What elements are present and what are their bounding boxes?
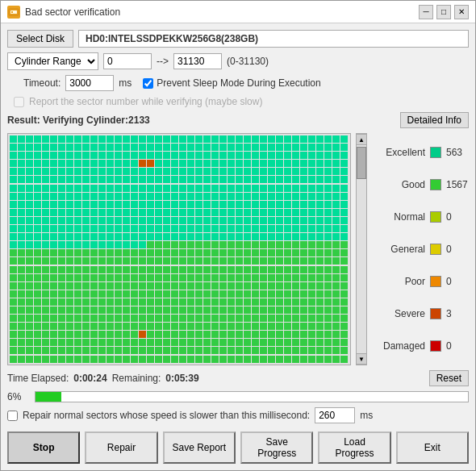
grid-cell bbox=[332, 249, 340, 256]
range-start-input[interactable] bbox=[103, 53, 152, 69]
grid-cell bbox=[300, 201, 307, 208]
grid-cell bbox=[147, 331, 154, 338]
detailed-info-button[interactable]: Detailed Info bbox=[400, 112, 469, 128]
grid-cell bbox=[316, 176, 324, 183]
scroll-down-button[interactable]: ▼ bbox=[356, 353, 367, 365]
grid-cell bbox=[82, 144, 90, 151]
grid-cell bbox=[155, 241, 162, 248]
grid-cell bbox=[187, 339, 194, 346]
grid-cell bbox=[58, 176, 65, 183]
grid-cell bbox=[115, 315, 122, 322]
range-end-input[interactable] bbox=[173, 53, 222, 69]
grid-cell bbox=[90, 339, 98, 346]
grid-scrollbar[interactable]: ▲ ▼ bbox=[356, 133, 367, 365]
scroll-up-button[interactable]: ▲ bbox=[356, 134, 367, 145]
grid-cell bbox=[211, 298, 219, 306]
grid-cell bbox=[74, 233, 81, 240]
legend-count: 1567 bbox=[446, 179, 469, 190]
grid-cell bbox=[66, 274, 73, 281]
save-progress-button[interactable]: Save Progress bbox=[240, 431, 313, 464]
progress-bar-outer bbox=[35, 391, 469, 402]
grid-cell bbox=[34, 201, 41, 208]
prevent-sleep-checkbox[interactable] bbox=[143, 78, 153, 89]
grid-cell bbox=[147, 274, 154, 281]
grid-cell bbox=[139, 160, 146, 167]
grid-cell bbox=[82, 339, 90, 346]
load-progress-button[interactable]: Load Progress bbox=[318, 431, 390, 464]
grid-cell bbox=[98, 152, 106, 159]
grid-cell bbox=[179, 298, 186, 306]
grid-cell bbox=[268, 282, 275, 290]
grid-cell bbox=[292, 135, 299, 143]
grid-cell bbox=[203, 282, 211, 290]
grid-cell bbox=[155, 168, 162, 175]
grid-cell bbox=[171, 185, 178, 192]
grid-cell bbox=[228, 193, 235, 200]
repair-ms-input[interactable] bbox=[315, 407, 355, 423]
grid-cell bbox=[236, 176, 243, 183]
grid-cell bbox=[276, 225, 283, 232]
grid-cell bbox=[147, 209, 154, 216]
grid-cell bbox=[284, 347, 291, 354]
grid-cell bbox=[147, 201, 154, 208]
grid-cell bbox=[147, 176, 154, 183]
grid-cell bbox=[26, 135, 33, 143]
exit-button[interactable]: Exit bbox=[396, 431, 469, 464]
grid-cell bbox=[260, 339, 267, 346]
grid-cell bbox=[58, 339, 65, 346]
reset-button[interactable]: Reset bbox=[429, 370, 469, 386]
grid-cell bbox=[260, 249, 267, 256]
title-bar-left: Bad sector verification bbox=[7, 6, 120, 19]
grid-cell bbox=[244, 306, 251, 314]
disk-row: Select Disk HD0:INTELSSDPEKKW256G8(238GB… bbox=[7, 30, 469, 48]
grid-cell bbox=[268, 347, 275, 354]
range-row: Cylinder Range --> (0-31130) bbox=[7, 52, 469, 70]
grid-cell bbox=[98, 323, 106, 330]
grid-cell bbox=[268, 185, 275, 192]
grid-cell bbox=[42, 249, 49, 256]
grid-cell bbox=[42, 209, 49, 216]
grid-cell bbox=[260, 323, 267, 330]
grid-cell bbox=[50, 306, 57, 314]
minimize-button[interactable]: ─ bbox=[419, 5, 433, 19]
grid-cell bbox=[26, 209, 33, 216]
grid-cell bbox=[139, 306, 146, 314]
grid-cell bbox=[292, 315, 299, 322]
grid-cell bbox=[34, 266, 41, 273]
grid-cell bbox=[244, 176, 251, 183]
timeout-input[interactable] bbox=[65, 75, 114, 91]
grid-cell bbox=[34, 135, 41, 143]
repair-checkbox[interactable] bbox=[7, 411, 18, 421]
grid-cell bbox=[308, 298, 315, 306]
grid-cell bbox=[34, 356, 41, 363]
stop-button[interactable]: Stop bbox=[7, 431, 80, 464]
grid-cell bbox=[139, 135, 146, 143]
close-button[interactable]: ✕ bbox=[454, 5, 469, 19]
maximize-button[interactable]: □ bbox=[436, 5, 451, 19]
select-disk-button[interactable]: Select Disk bbox=[7, 30, 73, 48]
repair-button[interactable]: Repair bbox=[85, 431, 157, 464]
scroll-thumb[interactable] bbox=[357, 147, 366, 179]
legend-count: 0 bbox=[446, 340, 469, 352]
cylinder-range-select[interactable]: Cylinder Range bbox=[7, 52, 98, 70]
grid-cell bbox=[115, 339, 122, 346]
grid-cell bbox=[50, 282, 57, 290]
grid-cell bbox=[163, 225, 170, 232]
grid-cell bbox=[139, 249, 146, 256]
grid-cell bbox=[252, 144, 259, 151]
grid-cell bbox=[163, 266, 170, 273]
save-report-button[interactable]: Save Report bbox=[163, 431, 236, 464]
grid-cell bbox=[98, 176, 106, 183]
grid-cell bbox=[90, 274, 98, 281]
grid-cell bbox=[10, 290, 17, 298]
grid-cell bbox=[58, 209, 65, 216]
grid-cell bbox=[26, 266, 33, 273]
grid-cell bbox=[276, 160, 283, 167]
grid-cell bbox=[268, 331, 275, 338]
grid-cell bbox=[74, 160, 81, 167]
grid-cell bbox=[211, 225, 219, 232]
grid-cell bbox=[300, 233, 307, 240]
grid-cell bbox=[203, 225, 211, 232]
grid-cell bbox=[74, 201, 81, 208]
grid-cell bbox=[115, 160, 122, 167]
